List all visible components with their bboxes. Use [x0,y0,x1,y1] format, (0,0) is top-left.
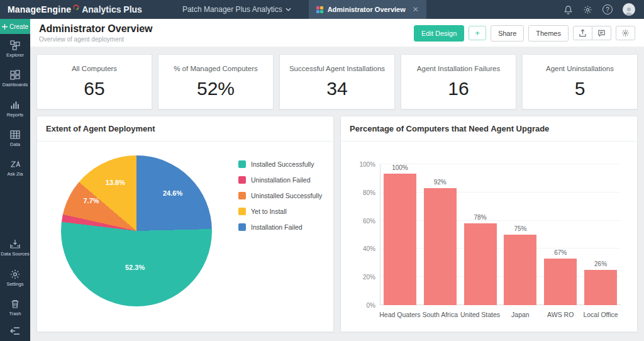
bar-category-label: Local Office [583,311,618,318]
notifications-bell-icon[interactable] [564,5,573,14]
comment-icon [597,29,606,37]
sidebar-item-label: Ask Zia [7,172,23,177]
kpi-value: 5 [575,78,586,99]
bar-value-label: 26% [594,260,607,267]
share-button[interactable]: Share [491,25,524,42]
explorer-icon [9,40,21,51]
legend-swatch [238,176,246,184]
dashboard-settings-button[interactable] [616,26,635,40]
sidebar-item-data-sources[interactable]: Data Sources [0,233,30,262]
pie-slice-label: 13.8% [106,179,125,186]
sidebar-item-label: Data Sources [1,252,29,257]
legend-swatch [238,160,246,168]
bar-column: 100%Head Quaters [380,164,420,305]
sidebar-collapse-button[interactable] [0,322,30,341]
comments-button[interactable] [592,26,611,40]
sidebar-item-label: Reports [7,113,23,118]
legend-swatch [238,208,246,215]
user-avatar[interactable] [623,3,635,16]
bar-category-label: Head Quaters [379,311,420,318]
workspace-dropdown[interactable]: Patch Manager Plus Analytics [182,5,291,14]
themes-button[interactable]: Themes [528,25,569,42]
bar-chart-panel: Percentage of Computers that Need Agent … [340,116,638,332]
kpi-card-managed-computers[interactable]: % of Managed Computers 52% [158,54,274,109]
bar[interactable] [544,259,577,305]
legend-label: Installation Failed [251,223,303,231]
page-title: Administrator Overview [39,23,153,35]
tab-close-icon[interactable]: ✕ [413,5,419,14]
legend-swatch [238,223,246,231]
pie-slice-label: 7.7% [83,197,99,204]
pie-panel-title: Extent of Agent Deployment [37,116,333,142]
kpi-label: Agent Uninstallations [546,65,614,72]
bar-column: 92%South Africa [420,164,460,305]
sidebar-item-settings[interactable]: Settings [0,263,30,293]
plus-icon [2,24,8,30]
kpi-card-uninstallations[interactable]: Agent Uninstallations 5 [522,54,638,109]
y-tick-label: 60% [363,217,375,224]
bar[interactable] [504,235,536,305]
dashboards-icon [9,69,21,81]
legend-item[interactable]: Installation Failed [238,223,322,231]
help-icon[interactable]: ? [602,4,613,14]
settings-gear-icon [9,269,21,280]
collapse-arrow-icon [10,327,20,335]
bar-category-label: South Africa [422,311,458,318]
kpi-card-all-computers[interactable]: All Computers 65 [36,54,152,109]
top-nav-bar: ManageEngine Analytics Plus Patch Manage… [0,0,644,19]
bar-columns: 100%Head Quaters92%South Africa78%United… [380,164,621,305]
kpi-value: 16 [448,78,469,99]
bar-value-label: 78% [474,214,487,221]
kpi-card-successful-installations[interactable]: Successful Agent Installations 34 [279,54,395,109]
bar-category-label: United States [460,311,500,318]
brand-swoosh-icon [74,2,79,12]
trash-icon [9,298,21,310]
bar[interactable] [384,174,416,305]
bar-value-label: 92% [434,179,447,186]
ask-zia-icon [9,159,21,170]
sidebar-item-explorer[interactable]: Explorer [0,34,30,64]
bar-column: 67%AWS RO [540,164,580,305]
sidebar-item-reports[interactable]: Reports [0,94,30,123]
data-table-icon [9,129,21,140]
create-button[interactable]: Create [0,19,30,34]
bar-category-label: Japan [511,311,530,318]
tab-administrator-overview[interactable]: Administrator Overview ✕ [309,0,426,19]
legend-label: Installed Successfully [251,160,314,168]
sidebar-item-dashboards[interactable]: Dashboards [0,64,30,93]
nav-settings-gear-icon[interactable] [583,5,592,14]
legend-item[interactable]: Yet to Install [238,208,322,215]
bar[interactable] [584,270,617,305]
sidebar-item-trash[interactable]: Trash [0,293,30,322]
legend-item[interactable]: Installed Successfully [238,160,322,168]
kpi-card-installation-failures[interactable]: Agent Installation Failures 16 [401,54,516,109]
kpi-value: 65 [84,78,104,99]
sidebar-item-label: Explorer [6,53,24,58]
bar[interactable] [464,223,497,305]
export-button[interactable] [573,26,592,40]
sidebar-item-label: Dashboards [3,82,28,87]
page-subtitle: Overview of agent deployment [39,36,153,43]
data-sources-icon [9,238,21,250]
workspace-label: Patch Manager Plus Analytics [182,5,282,14]
pie-chart[interactable] [61,155,212,306]
gear-icon [621,29,630,37]
edit-design-button[interactable]: Edit Design [414,25,464,42]
bar-value-label: 100% [392,164,408,171]
bar-panel-title: Percentage of Computers that Need Agent … [341,116,637,142]
legend-label: Uninstallation Failed [251,176,311,184]
y-tick-label: 40% [363,245,375,252]
sidebar-item-data[interactable]: Data [0,123,30,153]
legend-swatch [238,192,246,199]
bar-category-label: AWS RO [547,311,574,318]
sidebar-item-label: Data [10,142,20,147]
sidebar-item-ask-zia[interactable]: Ask Zia [0,153,30,182]
add-button[interactable]: + [469,26,486,41]
legend-item[interactable]: Uninstalled Successfully [238,192,322,199]
page-header: Administrator Overview Overview of agent… [30,19,644,47]
legend-item[interactable]: Uninstallation Failed [238,176,322,184]
bar-column: 26%Local Office [580,164,621,305]
bar[interactable] [424,188,457,305]
pie-slice-label: 24.6% [163,189,182,197]
bar-chart: 0%20%40%60%80%100% 100%Head Quaters92%So… [380,164,621,305]
